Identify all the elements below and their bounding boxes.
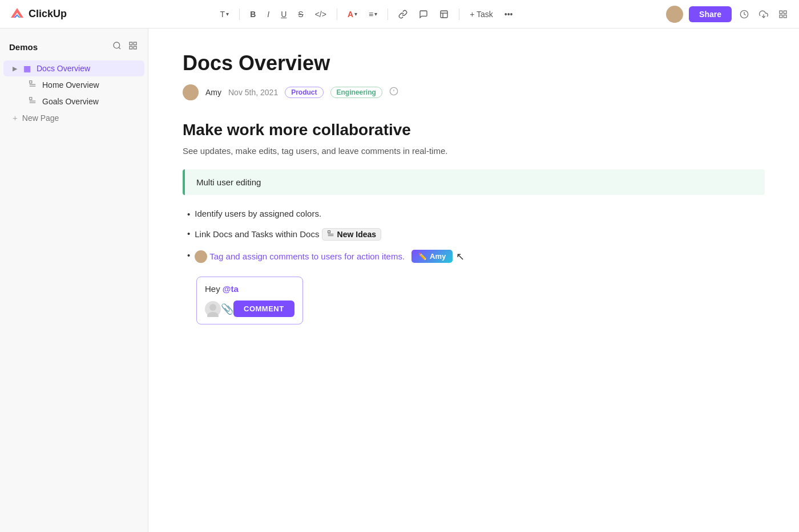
sidebar-item-label-home: Home Overview xyxy=(42,80,99,90)
sidebar-header: Demos xyxy=(0,35,148,60)
bold-button[interactable]: B xyxy=(247,7,259,21)
svg-rect-2 xyxy=(441,11,447,18)
doc-meta: Amy Nov 5th, 2021 Product Engineering xyxy=(183,84,765,100)
svg-rect-30 xyxy=(328,231,330,233)
new-page-plus-icon: + xyxy=(13,113,18,123)
svg-rect-11 xyxy=(780,15,782,18)
underline-button[interactable]: U xyxy=(277,7,290,21)
main-layout: Demos ▶ ▦ Docs Overview Home Overview xyxy=(0,29,799,532)
user-avatar xyxy=(666,6,683,23)
docs-overview-icon: ▦ xyxy=(22,64,32,73)
comment-actions: 📎 COMMENT xyxy=(205,300,294,317)
doc-date: Nov 5th, 2021 xyxy=(228,88,278,97)
svg-rect-12 xyxy=(784,15,786,18)
goals-overview-icon xyxy=(27,96,38,106)
comment-toolbar-button[interactable] xyxy=(415,7,431,21)
comment-user-avatar xyxy=(205,301,221,317)
cursor-icon: ↖ xyxy=(456,250,465,263)
bullet-list: • Identify users by assigned colors. • L… xyxy=(183,209,765,324)
doc-link-label: New Ideas xyxy=(337,230,376,239)
sidebar-chevron-icon: ▶ xyxy=(13,65,17,72)
sidebar-item-label-docs: Docs Overview xyxy=(37,64,90,73)
history-button[interactable] xyxy=(737,7,751,21)
text-format-button[interactable]: T ▾ xyxy=(217,7,233,21)
bullet-item-3: • Tag and assign comments to users for a… xyxy=(183,250,765,324)
bullet-dot-2: • xyxy=(187,229,190,238)
tag-product[interactable]: Product xyxy=(285,87,323,98)
svg-point-5 xyxy=(671,9,678,16)
comment-submit-button[interactable]: COMMENT xyxy=(233,300,294,317)
color-button[interactable]: A ▾ xyxy=(344,7,361,21)
section-heading: Make work more collaborative xyxy=(183,121,765,139)
sidebar-item-docs-overview[interactable]: ▶ ▦ Docs Overview xyxy=(3,60,144,76)
amy-tooltip-label: Amy xyxy=(430,252,446,261)
add-task-button[interactable]: + Task xyxy=(466,7,497,21)
svg-point-36 xyxy=(207,312,219,317)
svg-rect-18 xyxy=(130,46,132,49)
toolbar-logo-area: ClickUp xyxy=(9,6,67,22)
svg-point-33 xyxy=(198,253,204,258)
toolbar-divider-4 xyxy=(459,9,459,20)
highlighted-text: Tag and assign comments to users for act… xyxy=(209,251,405,261)
svg-rect-19 xyxy=(30,81,32,83)
code-button[interactable]: </> xyxy=(312,7,330,21)
toolbar-right-area: Share xyxy=(666,6,790,23)
toolbar-divider-2 xyxy=(337,9,337,20)
sidebar-header-icons xyxy=(111,40,139,54)
doc-link-chip[interactable]: New Ideas xyxy=(322,228,381,241)
toolbar-divider-3 xyxy=(388,9,388,20)
callout-text: Multi user editing xyxy=(196,177,261,187)
toolbar: ClickUp T ▾ B I U S </> A ▾ ≡ ▾ xyxy=(0,0,799,29)
section-subtitle: See updates, make edits, tag users, and … xyxy=(183,146,765,156)
attach-toolbar-button[interactable] xyxy=(436,7,452,21)
svg-point-25 xyxy=(187,87,194,94)
share-button[interactable]: Share xyxy=(689,6,732,22)
svg-point-26 xyxy=(185,95,196,100)
svg-marker-0 xyxy=(11,8,23,18)
svg-rect-17 xyxy=(134,46,136,49)
sidebar: Demos ▶ ▦ Docs Overview Home Overview xyxy=(0,29,148,532)
bullet-item-1: • Identify users by assigned colors. xyxy=(183,209,765,219)
svg-rect-22 xyxy=(30,98,32,100)
mention-text: @ta xyxy=(223,284,239,294)
doc-link-icon xyxy=(327,230,334,239)
doc-content: Docs Overview Amy Nov 5th, 2021 Product … xyxy=(148,29,799,532)
new-page-button[interactable]: + New Page xyxy=(3,109,144,126)
bullet-text-1: Identify users by assigned colors. xyxy=(195,209,321,218)
svg-rect-10 xyxy=(784,11,786,14)
attach-icon[interactable]: 📎 xyxy=(221,303,233,315)
svg-point-13 xyxy=(114,42,120,48)
more-options-button[interactable]: ••• xyxy=(501,7,516,21)
svg-rect-16 xyxy=(134,42,136,45)
align-button[interactable]: ≡ ▾ xyxy=(365,7,381,21)
formatting-toolbar: T ▾ B I U S </> A ▾ ≡ ▾ + Task ••• xyxy=(217,7,516,21)
bullet-dot-1: • xyxy=(187,209,190,219)
export-button[interactable] xyxy=(757,7,770,21)
privacy-icon xyxy=(389,87,398,98)
author-avatar xyxy=(183,84,199,100)
svg-rect-15 xyxy=(130,42,132,45)
toolbar-divider xyxy=(239,9,240,20)
strikethrough-button[interactable]: S xyxy=(294,7,306,21)
tag-engineering[interactable]: Engineering xyxy=(330,87,382,98)
sidebar-search-button[interactable] xyxy=(111,40,123,54)
italic-button[interactable]: I xyxy=(264,7,273,21)
bullet-item-2: • Link Docs and Tasks within Docs New Id… xyxy=(183,228,765,241)
layout-button[interactable] xyxy=(776,7,790,21)
app-logo: ClickUp xyxy=(9,6,67,22)
sidebar-layout-button[interactable] xyxy=(127,40,139,54)
callout-block: Multi user editing xyxy=(183,169,765,195)
sidebar-item-label-goals: Goals Overview xyxy=(42,97,99,106)
sidebar-item-home-overview[interactable]: Home Overview xyxy=(3,76,144,93)
link-button[interactable] xyxy=(395,7,411,21)
new-page-label: New Page xyxy=(22,113,59,123)
author-name: Amy xyxy=(205,88,221,97)
svg-rect-9 xyxy=(780,11,782,14)
pencil-icon: ✏️ xyxy=(418,253,427,261)
svg-point-6 xyxy=(669,17,680,23)
amy-tooltip: ✏️ Amy xyxy=(411,250,453,263)
comment-trigger-area: Tag and assign comments to users for act… xyxy=(195,250,465,263)
commenter-avatar xyxy=(195,250,207,263)
comment-input-text: Hey @ta xyxy=(205,284,294,294)
sidebar-item-goals-overview[interactable]: Goals Overview xyxy=(3,93,144,109)
